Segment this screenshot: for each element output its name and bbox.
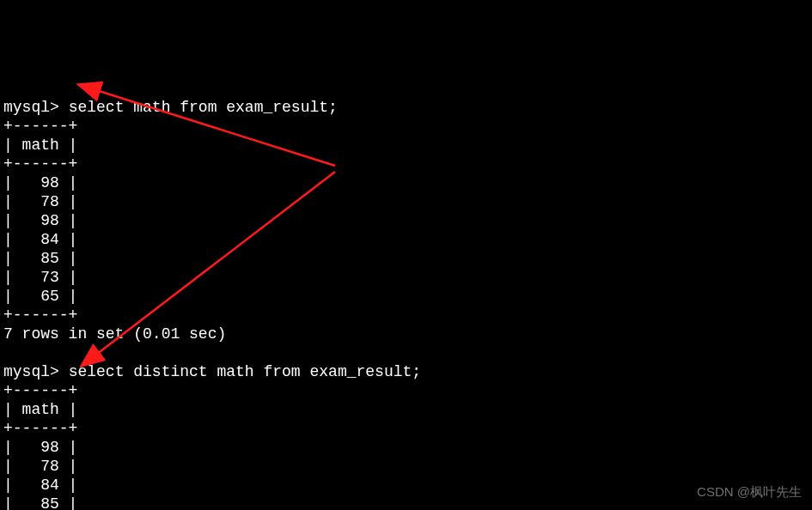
- sql-query-2: select distinct math from exam_result;: [69, 363, 421, 380]
- sql-query-1: select math from exam_result;: [69, 99, 338, 116]
- prompt-1: mysql>: [3, 99, 69, 116]
- table-row: | 84 |: [3, 231, 77, 248]
- result-footer-1: 7 rows in set (0.01 sec): [3, 325, 226, 343]
- table-row: | 98 |: [3, 439, 77, 456]
- table-header: | math |: [3, 401, 77, 418]
- table-row: | 84 |: [3, 477, 77, 494]
- table-divider: +------+: [3, 420, 77, 437]
- table-divider: +------+: [3, 155, 77, 173]
- terminal-output: mysql> select math from exam_result; +--…: [3, 79, 809, 510]
- table-row: | 78 |: [3, 193, 77, 210]
- table-divider: +------+: [3, 307, 77, 324]
- table-row: | 98 |: [3, 212, 77, 229]
- table-header: | math |: [3, 137, 77, 154]
- table-row: | 98 |: [3, 174, 77, 191]
- watermark-text: CSDN @枫叶先生: [697, 483, 802, 501]
- table-row: | 85 |: [3, 495, 77, 510]
- table-row: | 73 |: [3, 269, 77, 286]
- table-divider: +------+: [3, 118, 77, 135]
- table-row: | 78 |: [3, 458, 77, 475]
- prompt-2: mysql>: [3, 363, 69, 380]
- table-divider: +------+: [3, 382, 77, 399]
- table-row: | 65 |: [3, 288, 77, 305]
- table-row: | 85 |: [3, 250, 77, 267]
